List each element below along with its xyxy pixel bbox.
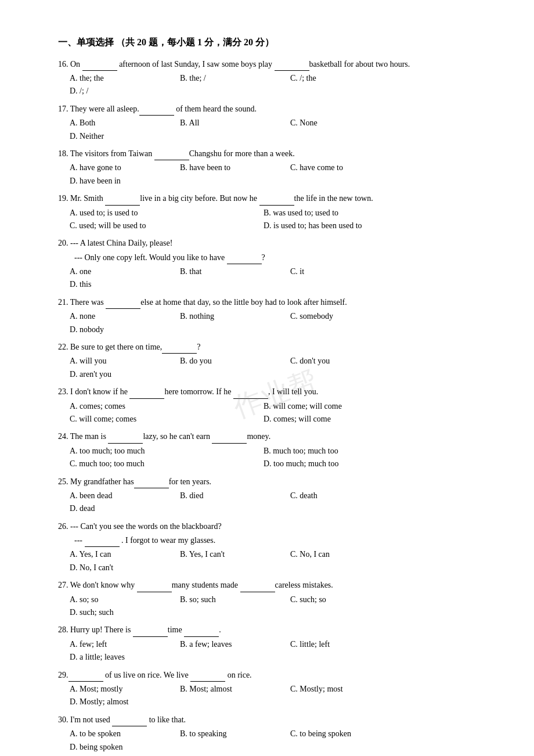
q20-text1: 20. --- A latest China Daily, please! [58,237,488,250]
question-22: 22. Be sure to get there on time,? A. wi… [58,341,488,381]
question-27: 27. We don't know why many students made… [58,579,488,619]
q26-optD: D. No, I can't [70,561,174,574]
q17-optA: A. Both [70,117,174,129]
q24-options: A. too much; too much B. much too; much … [58,445,488,471]
q25-text: 25. My grandfather hasfor ten years. [58,476,488,488]
q18-optB: B. have been to [180,161,284,174]
q26-optA: A. Yes, I can [70,548,174,561]
q23-text: 23. I don't know if he here tomorrow. If… [58,386,488,398]
q24-optD: D. too much; much too [264,458,452,470]
q20-text2: --- Only one copy left. Would you like t… [58,251,488,264]
question-24: 24. The man is lazy, so he can't earn mo… [58,430,488,470]
question-18: 18. The visitors from Taiwan Changshu fo… [58,147,488,188]
q30-optD: D. being spoken [70,741,174,754]
q17-optC: C. None [290,117,395,129]
q30-optB: B. to speaking [180,728,284,740]
question-16: 16. On afternoon of last Sunday, I saw s… [58,58,488,98]
section-label: 一、单项选择 [58,37,114,47]
question-30: 30. I'm not used to like that. A. to be … [58,714,488,754]
q29-optA: A. Most; mostly [70,683,174,696]
q19-optD: D. is used to; has been used to [264,219,452,232]
question-29: 29. of us live on rice. We live on rice.… [58,669,488,709]
q29-text: 29. of us live on rice. We live on rice. [58,669,488,682]
q23-optA: A. comes; comes [70,400,258,413]
q20-options: A. one B. that C. it D. this [58,265,488,291]
question-21: 21. There was else at home that day, so … [58,296,488,336]
q28-optA: A. few; left [70,638,174,651]
q21-optC: C. somebody [290,310,395,323]
q17-options: A. Both B. All C. None D. Neither [58,117,488,143]
q27-options: A. so; so B. so; such C. such; so D. suc… [58,593,488,620]
q28-options: A. few; left B. a few; leaves C. little;… [58,638,488,664]
q29-optC: C. Mostly; most [290,683,395,696]
q20-optD: D. this [70,278,174,291]
q17-optB: B. All [180,117,284,129]
q22-optB: B. do you [180,355,284,368]
q20-optA: A. one [70,265,174,278]
q18-optA: A. have gone to [70,161,174,174]
q16-text: 16. On afternoon of last Sunday, I saw s… [58,58,488,71]
q16-options: A. the; the B. the; / C. /; the D. /; / [58,72,488,98]
q22-optD: D. aren't you [70,368,174,381]
section-title: 一、单项选择 （共 20 题，每小题 1 分，满分 20 分） [58,35,488,50]
q24-optA: A. too much; too much [70,445,258,458]
q21-optB: B. nothing [180,310,284,323]
q22-text: 22. Be sure to get there on time,? [58,341,488,354]
q19-optB: B. was used to; used to [264,207,452,219]
question-28: 28. Hurry up! There is time . A. few; le… [58,624,488,664]
q24-optB: B. much too; much too [264,445,452,458]
q18-optC: C. have come to [290,161,395,174]
q26-optB: B. Yes, I can't [180,548,284,561]
q22-options: A. will you B. do you C. don't you D. ar… [58,355,488,381]
q22-optA: A. will you [70,355,174,368]
q29-optD: D. Mostly; almost [70,696,174,708]
q21-optA: A. none [70,310,174,323]
q16-optA: A. the; the [70,72,174,85]
q26-options: A. Yes, I can B. Yes, I can't C. No, I c… [58,548,488,574]
q28-optD: D. a little; leaves [70,651,174,664]
section-subtitle: （共 20 题，每小题 1 分，满分 20 分） [116,37,274,47]
q20-optB: B. that [180,265,284,278]
q25-optC: C. death [290,489,395,502]
q18-options: A. have gone to B. have been to C. have … [58,161,488,188]
q30-optC: C. to being spoken [290,728,395,740]
q27-text: 27. We don't know why many students made… [58,579,488,592]
q16-optB: B. the; / [180,72,284,85]
q28-text: 28. Hurry up! There is time . [58,624,488,636]
q17-text: 17. They were all asleep. of them heard … [58,103,488,116]
q21-options: A. none B. nothing C. somebody D. nobody [58,310,488,336]
q24-text: 24. The man is lazy, so he can't earn mo… [58,430,488,443]
q20-optC: C. it [290,265,395,278]
q27-optC: C. such; so [290,593,395,606]
question-26: 26. --- Can't you see the words on the b… [58,520,488,575]
question-17: 17. They were all asleep. of them heard … [58,103,488,143]
q19-optA: A. used to; is used to [70,207,258,219]
question-20: 20. --- A latest China Daily, please! --… [58,237,488,291]
q26-text2: --- . I forgot to wear my glasses. [58,534,488,547]
q26-text1: 26. --- Can't you see the words on the b… [58,520,488,533]
question-23: 23. I don't know if he here tomorrow. If… [58,386,488,426]
q19-options: A. used to; is used to B. was used to; u… [58,207,488,233]
question-19: 19. Mr. Smith live in a big city before.… [58,192,488,232]
q25-optB: B. died [180,489,284,502]
q27-optA: A. so; so [70,593,174,606]
q25-options: A. been dead B. died C. death D. dead [58,489,488,516]
q30-options: A. to be spoken B. to speaking C. to bei… [58,728,488,754]
q21-optD: D. nobody [70,323,174,336]
q16-optD: D. /; / [70,85,174,98]
question-25: 25. My grandfather hasfor ten years. A. … [58,476,488,516]
q29-options: A. Most; mostly B. Most; almost C. Mostl… [58,683,488,709]
q22-optC: C. don't you [290,355,395,368]
q24-optC: C. much too; too much [70,458,258,470]
q30-text: 30. I'm not used to like that. [58,714,488,726]
q18-text: 18. The visitors from Taiwan Changshu fo… [58,147,488,160]
q27-optB: B. so; such [180,593,284,606]
q16-optC: C. /; the [290,72,395,85]
q25-optA: A. been dead [70,489,174,502]
q17-optD: D. Neither [70,130,174,143]
q21-text: 21. There was else at home that day, so … [58,296,488,309]
q19-text: 19. Mr. Smith live in a big city before.… [58,192,488,205]
q28-optC: C. little; left [290,638,395,651]
q28-optB: B. a few; leaves [180,638,284,651]
q30-optA: A. to be spoken [70,728,174,740]
